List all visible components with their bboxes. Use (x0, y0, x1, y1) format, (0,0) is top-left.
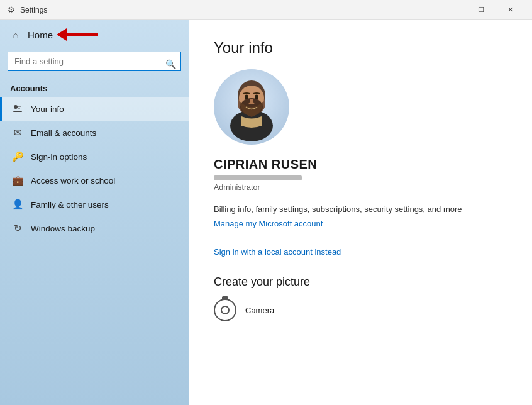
minimize-button[interactable]: — (438, 0, 467, 20)
home-label: Home (28, 30, 53, 40)
email-bar (214, 175, 302, 180)
user-role: Administrator (214, 183, 507, 192)
svg-rect-3 (18, 108, 20, 109)
refresh-icon: ↻ (12, 223, 23, 234)
sidebar-home-item[interactable]: ⌂ Home (0, 20, 189, 49)
sidebar-label-family-users: Family & other users (31, 200, 109, 209)
key-icon: 🔑 (12, 151, 23, 162)
svg-point-1 (14, 105, 18, 109)
camera-label: Camera (245, 306, 274, 315)
billing-info-text: Billing info, family settings, subscript… (214, 204, 507, 214)
manage-account-link[interactable]: Manage my Microsoft account (214, 219, 507, 228)
spacer (214, 232, 507, 247)
profile-picture-area (214, 69, 507, 145)
sidebar-item-email-accounts[interactable]: ✉ Email & accounts (0, 121, 189, 145)
local-account-link[interactable]: Sign in with a local account instead (214, 247, 507, 257)
svg-rect-0 (13, 111, 22, 112)
people-icon: 👤 (12, 199, 23, 210)
title-bar-controls: — ☐ ✕ (438, 0, 524, 20)
user-name: CIPRIAN RUSEN (214, 157, 507, 172)
sidebar: ⌂ Home 🔍 Accounts (0, 20, 189, 405)
camera-item[interactable]: Camera (214, 299, 507, 321)
camera-notch (222, 296, 228, 299)
arrow-head (57, 28, 67, 41)
search-box-wrapper: 🔍 (0, 49, 189, 79)
red-arrow (57, 28, 98, 41)
sidebar-label-your-info: Your info (31, 104, 64, 114)
create-picture-title: Create your picture (214, 275, 507, 289)
sidebar-label-windows-backup: Windows backup (31, 224, 95, 233)
svg-rect-2 (18, 106, 21, 107)
settings-icon: ⚙ (8, 5, 15, 14)
sidebar-item-access-work-school[interactable]: 💼 Access work or school (0, 169, 189, 192)
app-body: ⌂ Home 🔍 Accounts (0, 20, 532, 405)
sidebar-label-access-work-school: Access work or school (31, 176, 115, 186)
camera-lens (221, 306, 230, 314)
svg-point-12 (255, 95, 258, 99)
sidebar-item-sign-in-options[interactable]: 🔑 Sign-in options (0, 145, 189, 169)
close-button[interactable]: ✕ (496, 0, 524, 20)
sidebar-item-family-users[interactable]: 👤 Family & other users (0, 192, 189, 216)
title-bar: ⚙ Settings — ☐ ✕ (0, 0, 532, 20)
spacer2 (214, 260, 507, 275)
email-icon: ✉ (12, 127, 23, 138)
avatar (214, 69, 289, 145)
avatar-svg (214, 69, 289, 145)
app-title: Settings (20, 6, 47, 14)
svg-point-11 (245, 95, 248, 99)
sidebar-item-windows-backup[interactable]: ↻ Windows backup (0, 216, 189, 240)
your-info-icon (12, 103, 23, 114)
sidebar-section-label: Accounts (0, 79, 189, 97)
search-input[interactable] (8, 52, 181, 71)
briefcase-icon: 💼 (12, 175, 23, 186)
title-bar-left: ⚙ Settings (8, 5, 47, 14)
search-icon-button[interactable]: 🔍 (165, 59, 176, 69)
maximize-button[interactable]: ☐ (467, 0, 496, 20)
arrow-body (67, 33, 98, 36)
sidebar-item-your-info[interactable]: Your info (0, 97, 189, 121)
camera-icon (214, 299, 236, 321)
sidebar-label-sign-in-options: Sign-in options (31, 152, 87, 162)
home-icon: ⌂ (10, 29, 21, 40)
sidebar-label-email-accounts: Email & accounts (31, 128, 96, 138)
page-title: Your info (214, 39, 507, 57)
content-area: Your info (189, 20, 532, 405)
